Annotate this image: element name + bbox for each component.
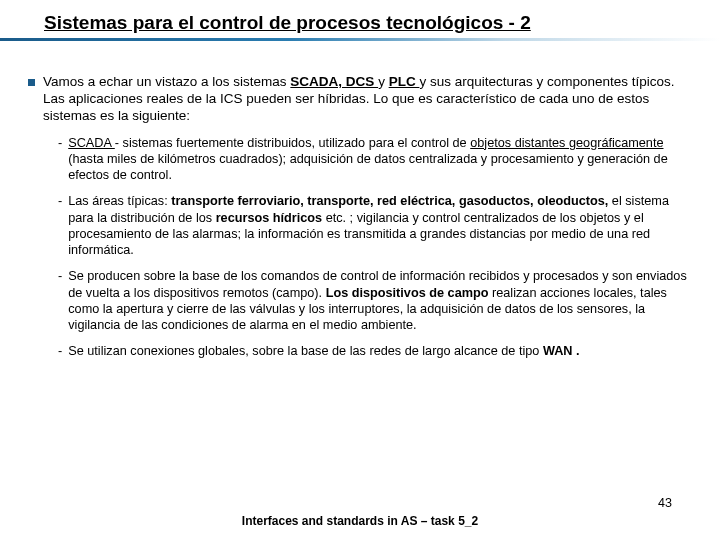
lead-text: Vamos a echar un vistazo a los sistemas … — [43, 74, 692, 125]
list-item: - Se producen sobre la base de los coman… — [58, 268, 692, 333]
s1d: (hasta miles de kilómetros cuadrados); a… — [68, 152, 667, 182]
lead-mid1: y — [378, 74, 389, 89]
list-item: - Se utilizan conexiones globales, sobre… — [58, 343, 692, 359]
lead-b2: PLC — [389, 74, 420, 89]
dash-bullet-icon: - — [58, 135, 62, 151]
s4b: WAN . — [543, 344, 580, 358]
lead-paragraph: Vamos a echar un vistazo a los sistemas … — [28, 74, 692, 125]
s2d: recursos hídricos — [216, 211, 322, 225]
item-text: Se utilizan conexiones globales, sobre l… — [68, 343, 579, 359]
square-bullet-icon — [28, 79, 35, 86]
item-text: Se producen sobre la base de los comando… — [68, 268, 692, 333]
s2a: Las áreas típicas: — [68, 194, 171, 208]
dash-bullet-icon: - — [58, 193, 62, 209]
page-number: 43 — [658, 496, 672, 510]
slide-title-wrap: Sistemas para el control de procesos tec… — [0, 0, 720, 40]
item-text: SCADA - sistemas fuertemente distribuido… — [68, 135, 692, 184]
lead-b1: SCADA, DCS — [290, 74, 378, 89]
dash-bullet-icon: - — [58, 268, 62, 284]
s1a: SCADA — [68, 136, 115, 150]
list-item: - SCADA - sistemas fuertemente distribui… — [58, 135, 692, 184]
s3b: Los dispositivos de campo — [326, 286, 492, 300]
lead-pre: Vamos a echar un vistazo a los sistemas — [43, 74, 290, 89]
slide-title: Sistemas para el control de procesos tec… — [44, 12, 531, 33]
title-rule — [0, 38, 720, 41]
s1c: objetos distantes geográficamente — [470, 136, 663, 150]
footer-text: Interfaces and standards in AS – task 5_… — [0, 514, 720, 528]
s1b: - sistemas fuertemente distribuidos, uti… — [115, 136, 470, 150]
item-text: Las áreas típicas: transporte ferroviari… — [68, 193, 692, 258]
dash-bullet-icon: - — [58, 343, 62, 359]
s2b: transporte ferroviario, transporte, red … — [171, 194, 612, 208]
s4a: Se utilizan conexiones globales, sobre l… — [68, 344, 543, 358]
list-item: - Las áreas típicas: transporte ferrovia… — [58, 193, 692, 258]
sublist: - SCADA - sistemas fuertemente distribui… — [28, 135, 692, 360]
slide-content: Vamos a echar un vistazo a los sistemas … — [0, 40, 720, 360]
